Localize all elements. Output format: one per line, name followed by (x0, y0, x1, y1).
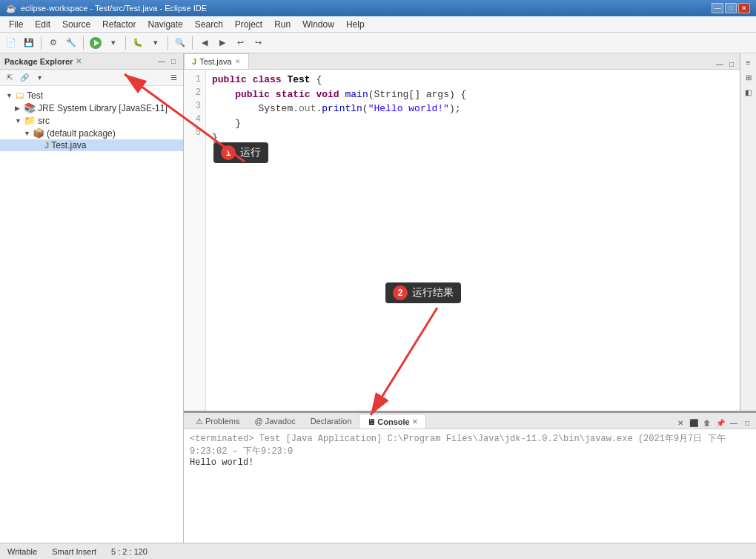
package-explorer-title: Package Explorer ✕ (4, 57, 82, 66)
status-smart-insert: Smart Insert (52, 547, 96, 556)
code-line-2: public static void main(String[] args) { (212, 87, 734, 102)
tree-arrow-test: ▼ (6, 92, 15, 99)
jre-icon: 📚 (24, 102, 36, 113)
bottom-tab-controls: ✕ ⬛ 🗑 📌 — □ (674, 417, 756, 429)
editor-maximize-button[interactable]: □ (726, 59, 737, 69)
content-area: Package Explorer ✕ — □ ⇱ 🔗 ▾ ☰ (0, 53, 756, 559)
editor-tab-bar: J Test.java ✕ — □ (184, 53, 740, 70)
line-num-3: 3 (188, 99, 201, 113)
right-panel-btn-2[interactable]: ⊞ (743, 71, 755, 83)
save-button[interactable]: 💾 (21, 35, 37, 51)
tree-item-default-package[interactable]: ▼ 📦 (default package) (0, 127, 183, 139)
maximize-button[interactable]: □ (725, 3, 737, 13)
tab-declaration[interactable]: Declaration (303, 414, 359, 429)
build-button[interactable]: ⚙ (45, 35, 62, 51)
src-icon: 📁 (24, 115, 36, 126)
menu-help[interactable]: Help (340, 18, 371, 31)
tree-arrow-src: ▼ (15, 117, 24, 125)
tree-arrow-file (36, 142, 44, 149)
explorer-menu-button[interactable]: ☰ (167, 71, 180, 85)
console-remove-button[interactable]: 🗑 (701, 417, 713, 429)
status-position: 5 : 2 : 120 (111, 547, 147, 556)
panel-controls: — □ (156, 56, 179, 67)
console-minimize-button[interactable]: — (728, 417, 740, 429)
tab-java-icon: J (192, 57, 196, 66)
tree-arrow-pkg: ▼ (24, 130, 33, 137)
editor-tab-test-java[interactable]: J Test.java ✕ (184, 53, 249, 69)
panel-minimize-button[interactable]: — (156, 56, 167, 67)
tab-close-button[interactable]: ✕ (235, 58, 241, 65)
run-dropdown[interactable]: ▾ (105, 35, 122, 51)
new-button[interactable]: 📄 (3, 35, 19, 51)
annotation-2: 2 运行结果 (385, 282, 461, 303)
tree-item-src[interactable]: ▼ 📁 src (0, 114, 183, 127)
console-pin-button[interactable]: 📌 (714, 417, 726, 429)
tree-item-test-project[interactable]: ▼ 🗂 Test (0, 89, 183, 102)
menu-file[interactable]: File (3, 18, 29, 31)
explorer-toolbar: ⇱ 🔗 ▾ ☰ (0, 70, 183, 86)
problems-label: Problems (205, 417, 239, 426)
link-with-editor-button[interactable]: 🔗 (18, 71, 31, 85)
smart-insert-label: Smart Insert (52, 547, 96, 556)
tab-console[interactable]: 🖥 Console ✕ (359, 414, 425, 429)
rebuild-button[interactable]: 🔧 (63, 35, 79, 51)
menu-navigate[interactable]: Navigate (142, 18, 188, 31)
explorer-tree: ▼ 🗂 Test ▶ 📚 JRE System Library [JavaSE-… (0, 86, 183, 559)
forward-button[interactable]: ▶ (214, 35, 231, 51)
bottom-tabs: ⚠ Problems @ Javadoc Declaration (188, 414, 426, 429)
debug-button[interactable]: 🐛 (130, 35, 146, 51)
menu-refactor[interactable]: Refactor (96, 18, 142, 31)
console-icon: 🖥 (367, 417, 375, 426)
line-num-4: 4 (188, 113, 201, 126)
tree-item-jre[interactable]: ▶ 📚 JRE System Library [JavaSE-11] (0, 102, 183, 114)
menu-window[interactable]: Window (296, 18, 340, 31)
window-icon: ☕ (6, 4, 16, 13)
menu-edit[interactable]: Edit (29, 18, 56, 31)
menu-bar: File Edit Source Refactor Navigate Searc… (0, 16, 756, 33)
code-line-5: } (212, 130, 734, 145)
debug-dropdown[interactable]: ▾ (147, 35, 164, 51)
right-panel-btn-1[interactable]: ≡ (743, 56, 755, 68)
menu-source[interactable]: Source (56, 18, 96, 31)
minimize-button[interactable]: — (712, 3, 723, 13)
menu-search[interactable]: Search (189, 18, 229, 31)
test-java-label: Test.java (51, 140, 86, 150)
src-label: src (38, 116, 50, 126)
view-menu-button[interactable]: ▾ (33, 71, 46, 85)
status-bar: Writable Smart Insert 5 : 2 : 120 (0, 543, 756, 559)
console-label: Console (377, 417, 409, 426)
console-section: ⚠ Problems @ Javadoc Declaration (184, 411, 756, 559)
console-terminate-button[interactable]: ⬛ (688, 417, 700, 429)
close-button[interactable]: ✕ (738, 3, 750, 13)
window-title: eclipse-workspace - Test/src/Test.java -… (21, 4, 207, 13)
toolbar-sep-4 (168, 36, 168, 50)
code-editor[interactable]: public class Test { public static void m… (206, 70, 740, 411)
horizontal-layout: Package Explorer ✕ — □ ⇱ 🔗 ▾ ☰ (0, 53, 756, 559)
package-explorer-panel: Package Explorer ✕ — □ ⇱ 🔗 ▾ ☰ (0, 53, 184, 559)
tab-javadoc[interactable]: @ Javadoc (247, 414, 302, 429)
editor-bottom-layout: J Test.java ✕ — □ (184, 53, 756, 559)
console-close-icon: ✕ (412, 418, 418, 426)
run-icon (90, 37, 102, 49)
search-toolbar-button[interactable]: 🔍 (172, 35, 188, 51)
console-maximize-button[interactable]: □ (741, 417, 753, 429)
right-panel-btn-3[interactable]: ◧ (743, 86, 755, 98)
menu-project[interactable]: Project (229, 18, 268, 31)
run-button[interactable] (87, 35, 104, 51)
editor-console-split: J Test.java ✕ — □ (184, 53, 756, 559)
next-edit-button[interactable]: ↪ (250, 35, 266, 51)
main-window: ☕ eclipse-workspace - Test/src/Test.java… (0, 0, 756, 559)
back-button[interactable]: ◀ (196, 35, 213, 51)
console-clear-button[interactable]: ✕ (674, 417, 686, 429)
editor-minimize-button[interactable]: — (714, 59, 725, 69)
problems-icon: ⚠ (196, 417, 203, 426)
collapse-all-button[interactable]: ⇱ (3, 71, 16, 85)
panel-maximize-button[interactable]: □ (168, 56, 179, 67)
menu-run[interactable]: Run (268, 18, 296, 31)
editor-content[interactable]: 1 2 3 4 5 public class Test { public sta… (184, 70, 740, 411)
package-explorer-label: Package Explorer (4, 57, 73, 66)
console-content[interactable]: <terminated> Test [Java Application] C:\… (184, 429, 756, 559)
prev-edit-button[interactable]: ↩ (232, 35, 248, 51)
tab-problems[interactable]: ⚠ Problems (188, 414, 247, 429)
tree-item-test-java[interactable]: J Test.java (0, 139, 183, 151)
